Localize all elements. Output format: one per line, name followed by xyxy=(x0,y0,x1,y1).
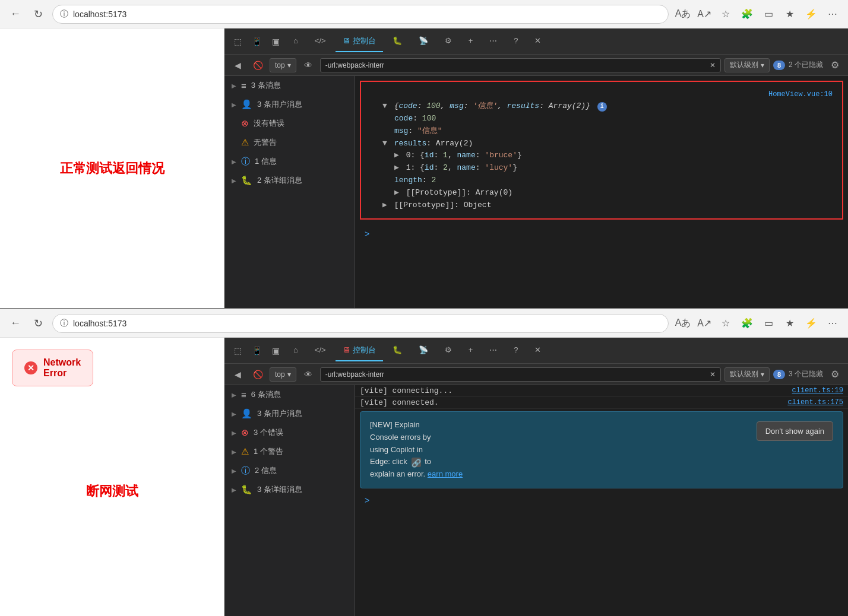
tab-debug[interactable]: 🐛 xyxy=(385,31,409,52)
log-source-0[interactable]: client.ts:19 xyxy=(792,386,843,395)
back-button[interactable]: ← xyxy=(7,6,24,23)
log-source-1[interactable]: client.ts:175 xyxy=(787,398,843,407)
eye-filter-icon[interactable]: 👁 xyxy=(300,57,317,74)
more-menu[interactable]: ⋯ xyxy=(824,6,841,23)
expand-item1-icon[interactable]: ▶ xyxy=(394,163,399,172)
code-prop-code: code: 100 xyxy=(394,113,833,125)
devtools-close[interactable]: ✕ xyxy=(527,31,548,52)
filter-clear-icon-2[interactable]: ✕ xyxy=(710,370,716,379)
console-settings-gear-2[interactable]: ⚙ xyxy=(827,366,843,383)
back-filter-icon-2[interactable]: ◀ xyxy=(229,366,246,383)
tab-more[interactable]: ⋯ xyxy=(482,31,504,52)
code-proto-array[interactable]: ▶ [[Prototype]]: Array(0) xyxy=(394,187,833,199)
tab-help[interactable]: ? xyxy=(507,31,525,52)
sidebar-all-messages-2[interactable]: ▶ ≡ 6 条消息 xyxy=(224,385,355,404)
code-item-1[interactable]: ▶ 1: {id: 2, name: 'lucy'} xyxy=(394,162,833,174)
refresh-button[interactable]: ↻ xyxy=(30,6,46,23)
top-selector-2[interactable]: top ▾ xyxy=(270,367,296,382)
extensions-icon-2[interactable]: 🧩 xyxy=(739,315,755,332)
inspect-icon-2[interactable]: ⬚ xyxy=(229,342,246,359)
tab-network-2[interactable]: 📡 xyxy=(412,340,435,361)
favorites-icon[interactable]: ☆ xyxy=(717,6,734,23)
tab-sources-2[interactable]: </> xyxy=(308,340,333,361)
browser-sidebar-icon[interactable]: ▭ xyxy=(760,6,777,23)
expand-item0-icon[interactable]: ▶ xyxy=(394,151,399,160)
address-bar-1[interactable]: ⓘ localhost:5173 xyxy=(52,5,669,24)
sidebar-info-2[interactable]: ▶ ⓘ 2 信息 xyxy=(224,461,355,480)
favorites-icon-2[interactable]: ☆ xyxy=(717,315,734,332)
level-filter-2[interactable]: 默认级别 ▾ xyxy=(724,367,770,382)
console-settings-gear[interactable]: ⚙ xyxy=(827,57,843,74)
source-link[interactable]: HomeView.vue:10 xyxy=(768,89,833,100)
device-icon[interactable]: 📱 xyxy=(248,33,265,50)
expand-proto-obj-icon[interactable]: ▶ xyxy=(382,201,387,209)
sidebar-info[interactable]: ▶ ⓘ 1 信息 xyxy=(224,152,355,171)
filter-input-2[interactable]: -url:webpack-interr ✕ xyxy=(320,367,721,382)
address-bar-2[interactable]: ⓘ localhost:5173 xyxy=(52,314,669,333)
copilot-icon[interactable]: ⚡ xyxy=(803,6,819,23)
tab-performance[interactable]: ⚙ xyxy=(438,31,459,52)
eye-filter-icon-2[interactable]: 👁 xyxy=(300,366,317,383)
sidebar-verbose[interactable]: ▶ 🐛 2 条详细消息 xyxy=(224,171,355,190)
sidebar-warnings-2[interactable]: ▶ ⚠ 1 个警告 xyxy=(224,442,355,461)
sidebar-user-messages[interactable]: ▶ 👤 3 条用户消息 xyxy=(224,95,355,114)
proto-array-text: [[Prototype]]: Array(0) xyxy=(406,188,512,197)
top-selector[interactable]: top ▾ xyxy=(270,58,296,72)
dont-show-again-button[interactable]: Don't show again xyxy=(757,421,833,441)
filter-clear-icon[interactable]: ✕ xyxy=(710,61,716,69)
level-filter[interactable]: 默认级别 ▾ xyxy=(724,58,770,72)
block-icon[interactable]: 🚫 xyxy=(249,57,266,74)
sidebar-errors-2[interactable]: ▶ ⊗ 3 个错误 xyxy=(224,423,355,442)
device-icon-2[interactable]: 📱 xyxy=(248,342,265,359)
copilot-icon-2[interactable]: ⚡ xyxy=(803,315,819,332)
sidebar-no-errors[interactable]: ▶ ⊗ 没有错误 xyxy=(224,114,355,133)
refresh-button-2[interactable]: ↻ xyxy=(30,315,46,332)
network-error-box: ✕ Network Error xyxy=(12,350,93,386)
back-button-2[interactable]: ← xyxy=(7,315,24,332)
sidebar-user-messages-2[interactable]: ▶ 👤 3 条用户消息 xyxy=(224,404,355,423)
tab-elements-2[interactable]: ⌂ xyxy=(286,340,305,361)
console-prompt-2[interactable]: > xyxy=(355,491,848,510)
extensions-icon[interactable]: 🧩 xyxy=(739,6,755,23)
tab-performance-2[interactable]: ⚙ xyxy=(438,340,459,361)
browser-sidebar-icon-2[interactable]: ▭ xyxy=(760,315,777,332)
tab-console[interactable]: 🖥 控制台 xyxy=(336,31,383,52)
expand-verbose-icon-2: ▶ xyxy=(232,487,236,493)
console-sidebar-1: ▶ ≡ 3 条消息 ▶ 👤 3 条用户消息 ▶ ⊗ 没有错误 xyxy=(224,76,355,308)
tab-more-2[interactable]: ⋯ xyxy=(482,340,504,361)
learn-more-link[interactable]: earn more xyxy=(428,469,463,478)
level-label: 默认级别 xyxy=(730,60,758,70)
console-prompt[interactable]: > xyxy=(355,224,848,243)
code-item-0[interactable]: ▶ 0: {id: 1, name: 'bruce'} xyxy=(394,150,833,162)
filter-input-1[interactable]: -url:webpack-interr ✕ xyxy=(320,58,721,72)
back-filter-icon[interactable]: ◀ xyxy=(229,57,246,74)
tab-debug-2[interactable]: 🐛 xyxy=(385,340,409,361)
sidebar-verbose-2[interactable]: ▶ 🐛 3 条详细消息 xyxy=(224,480,355,499)
code-results-expand[interactable]: ▼ results: Array(2) xyxy=(382,138,833,150)
sidebar-no-warnings[interactable]: ▶ ⚠ 无警告 xyxy=(224,133,355,152)
expand-proto-array-icon[interactable]: ▶ xyxy=(394,188,399,197)
sidebar-all-messages[interactable]: ▶ ≡ 3 条消息 xyxy=(224,76,355,95)
devtools-close-2[interactable]: ✕ xyxy=(527,340,548,361)
bookmark-icon-2[interactable]: ★ xyxy=(781,315,798,332)
tab-console-2[interactable]: 🖥 控制台 xyxy=(336,340,383,361)
read-aloud-icon[interactable]: A↗ xyxy=(696,6,713,23)
tab-help-2[interactable]: ? xyxy=(507,340,525,361)
block-icon-2[interactable]: 🚫 xyxy=(249,366,266,383)
tab-network[interactable]: 📡 xyxy=(412,31,435,52)
tab-add[interactable]: + xyxy=(461,31,480,52)
code-proto-object[interactable]: ▶ [[Prototype]]: Object xyxy=(382,199,833,212)
aa-icon-2[interactable]: Aあ xyxy=(675,315,691,332)
expand-root-icon[interactable]: ▼ xyxy=(382,101,387,110)
more-menu-2[interactable]: ⋯ xyxy=(824,315,841,332)
bookmark-icon[interactable]: ★ xyxy=(781,6,798,23)
tab-sources[interactable]: </> xyxy=(308,31,333,52)
sidebar-toggle[interactable]: ▣ xyxy=(267,33,284,50)
inspect-icon[interactable]: ⬚ xyxy=(229,33,246,50)
collapse-results-icon[interactable]: ▼ xyxy=(382,139,387,148)
sidebar-toggle-2[interactable]: ▣ xyxy=(267,342,284,359)
aa-icon[interactable]: Aあ xyxy=(675,6,691,23)
tab-add-2[interactable]: + xyxy=(461,340,480,361)
tab-elements[interactable]: ⌂ xyxy=(286,31,305,52)
read-aloud-icon-2[interactable]: A↗ xyxy=(696,315,713,332)
